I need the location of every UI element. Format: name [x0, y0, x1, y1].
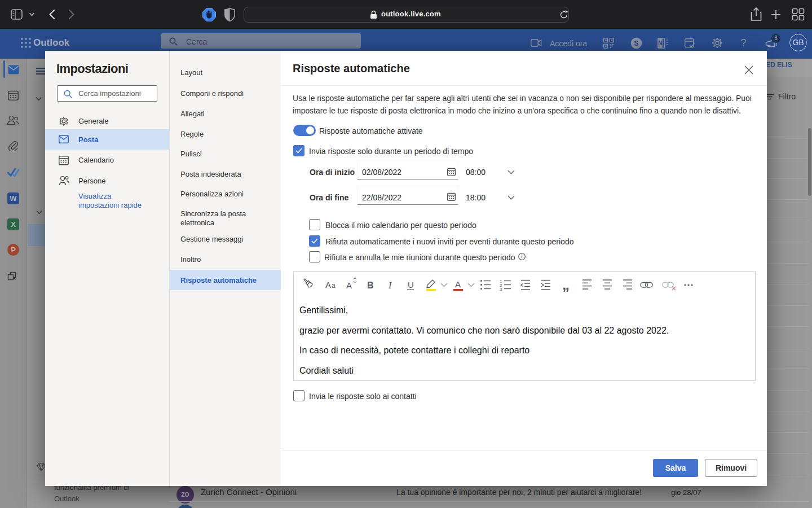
- svg-text:A: A: [346, 281, 352, 290]
- svg-text:3: 3: [500, 287, 502, 292]
- svg-text:B: B: [367, 281, 374, 290]
- svg-text:S: S: [634, 40, 638, 47]
- svg-text:A: A: [325, 280, 331, 290]
- svg-text:a: a: [332, 282, 336, 290]
- svg-text:N: N: [658, 40, 662, 46]
- svg-text:„: „: [562, 276, 570, 293]
- svg-text:A: A: [455, 279, 461, 289]
- svg-text:U: U: [408, 280, 414, 290]
- svg-text:I: I: [388, 281, 392, 290]
